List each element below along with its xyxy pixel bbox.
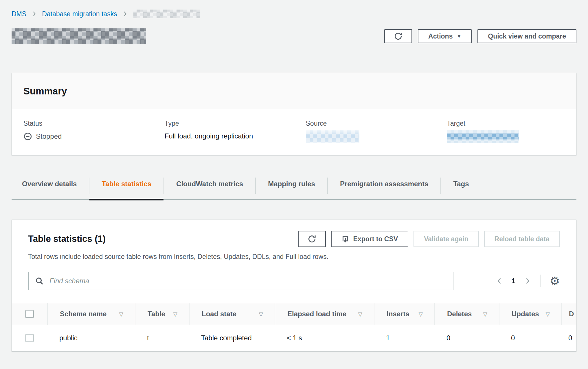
column-header-ddls-clipped[interactable]: D <box>561 303 576 325</box>
status-label: Status <box>23 120 141 127</box>
select-all-checkbox[interactable] <box>25 310 34 318</box>
status-text: Stopped <box>36 132 62 140</box>
column-label: Inserts <box>387 310 409 318</box>
cell-updates: 0 <box>499 325 561 351</box>
breadcrumb-current-redacted <box>133 10 200 18</box>
chevron-right-icon <box>122 11 128 17</box>
type-value: Full load, ongoing replication <box>165 132 282 140</box>
row-checkbox[interactable] <box>25 334 34 342</box>
summary-field-target: Target <box>435 120 576 144</box>
refresh-icon <box>394 32 403 41</box>
load-state-value: Table completed <box>201 334 252 342</box>
cell-ddls-clipped: 0 <box>561 325 576 351</box>
summary-panel-header: Summary <box>12 73 576 109</box>
table-settings-gear-icon[interactable]: ⚙ <box>550 275 560 287</box>
find-schema-input[interactable] <box>28 272 453 290</box>
cell-inserts: 1 <box>374 325 434 351</box>
export-csv-label: Export to CSV <box>353 235 398 243</box>
download-icon <box>341 235 349 243</box>
breadcrumb-link-dms[interactable]: DMS <box>12 10 26 18</box>
export-csv-button[interactable]: Export to CSV <box>331 231 409 247</box>
breadcrumb: DMS Database migration tasks <box>12 10 576 18</box>
summary-body: Status Stopped Type Full load, ongoing r… <box>12 109 576 155</box>
column-label: Table <box>148 310 165 318</box>
table-panel-buttons: Export to CSV Validate again Reload tabl… <box>298 231 560 247</box>
reload-table-data-button[interactable]: Reload table data <box>484 231 560 247</box>
column-header-deletes[interactable]: Deletes ▽ <box>434 303 499 325</box>
validate-again-button[interactable]: Validate again <box>414 231 479 247</box>
breadcrumb-link-tasks[interactable]: Database migration tasks <box>42 10 117 18</box>
tab-label: Overview details <box>22 180 77 188</box>
sort-icon[interactable]: ▽ <box>119 311 123 317</box>
tab-label: Tags <box>453 180 469 188</box>
column-label: Load state <box>202 310 236 318</box>
previous-page-icon[interactable] <box>495 277 504 285</box>
sort-icon[interactable]: ▽ <box>259 311 263 317</box>
tab-table-statistics[interactable]: Table statistics <box>89 180 163 199</box>
tab-overview-details[interactable]: Overview details <box>12 180 89 199</box>
table-statistics-description: Total rows include loaded source table r… <box>12 247 576 261</box>
cell-schema-name: public <box>47 325 135 351</box>
pager-divider <box>540 275 541 287</box>
sort-icon[interactable]: ▽ <box>358 311 362 317</box>
sort-icon[interactable]: ▽ <box>173 311 177 317</box>
quick-view-compare-button[interactable]: Quick view and compare <box>477 29 576 43</box>
sort-icon[interactable]: ▽ <box>418 311 423 317</box>
elapsed-value: < 1 s <box>287 334 302 342</box>
schema-name-value: public <box>59 334 78 342</box>
updates-value: 0 <box>511 334 515 342</box>
table-toolbar: 1 ⚙ <box>12 261 576 290</box>
column-header-updates[interactable]: Updates ▽ <box>499 303 561 325</box>
table-header-row: Schema name ▽ Table ▽ Load state ▽ Elaps… <box>12 303 576 325</box>
target-label: Target <box>447 120 565 127</box>
tab-tags[interactable]: Tags <box>441 180 481 199</box>
target-endpoint-link-redacted[interactable] <box>447 130 519 143</box>
status-value: Stopped <box>23 132 141 141</box>
table-panel-header: Table statistics (1) Export to CSV Valid… <box>12 220 576 247</box>
ddls-value: 0 <box>568 334 572 342</box>
sort-icon[interactable]: ▽ <box>483 311 487 317</box>
tab-cloudwatch-metrics[interactable]: CloudWatch metrics <box>164 180 255 199</box>
table-statistics-title: Table statistics (1) <box>28 234 106 244</box>
current-page-number[interactable]: 1 <box>510 277 517 285</box>
summary-field-status: Status Stopped <box>12 120 153 144</box>
summary-title: Summary <box>23 86 67 96</box>
summary-panel: Summary Status Stopped Type Full load, o… <box>12 73 576 155</box>
tab-premigration-assessments[interactable]: Premigration assessments <box>328 180 440 199</box>
cell-deletes: 0 <box>434 325 499 351</box>
task-detail-tabs: Overview details Table statistics CloudW… <box>12 180 576 200</box>
inserts-value: 1 <box>386 334 390 342</box>
tab-label: Table statistics <box>102 180 151 188</box>
refresh-button[interactable] <box>384 29 412 43</box>
actions-button-label: Actions <box>428 32 453 40</box>
tab-mapping-rules[interactable]: Mapping rules <box>256 180 327 199</box>
next-page-icon[interactable] <box>523 277 532 285</box>
type-label: Type <box>165 120 282 127</box>
column-label: Elapsed load time <box>287 310 346 318</box>
column-header-elapsed-load-time[interactable]: Elapsed load time ▽ <box>275 303 374 325</box>
tab-label: CloudWatch metrics <box>176 180 243 188</box>
table-refresh-button[interactable] <box>298 231 326 247</box>
tab-label: Mapping rules <box>268 180 315 188</box>
reload-table-data-label: Reload table data <box>495 235 550 243</box>
column-header-schema-name[interactable]: Schema name ▽ <box>47 303 135 325</box>
refresh-icon <box>308 235 316 243</box>
quick-view-button-label: Quick view and compare <box>488 32 566 40</box>
column-header-load-state[interactable]: Load state ▽ <box>189 303 275 325</box>
source-label: Source <box>306 120 424 127</box>
column-header-table[interactable]: Table ▽ <box>135 303 189 325</box>
cell-elapsed-load-time: < 1 s <box>275 325 374 351</box>
header-actions: Actions ▼ Quick view and compare <box>384 29 576 43</box>
summary-field-source: Source <box>294 120 435 144</box>
deletes-value: 0 <box>446 334 450 342</box>
summary-field-type: Type Full load, ongoing replication <box>153 120 294 144</box>
actions-button[interactable]: Actions ▼ <box>418 29 472 43</box>
column-label: D <box>569 310 574 318</box>
source-endpoint-link-redacted[interactable] <box>306 130 359 143</box>
page-header: Actions ▼ Quick view and compare <box>12 28 576 44</box>
type-text: Full load, ongoing replication <box>165 132 253 140</box>
task-name-redacted <box>12 28 146 44</box>
sort-icon[interactable]: ▽ <box>545 311 550 317</box>
column-header-inserts[interactable]: Inserts ▽ <box>374 303 434 325</box>
cell-table: t <box>135 325 189 351</box>
